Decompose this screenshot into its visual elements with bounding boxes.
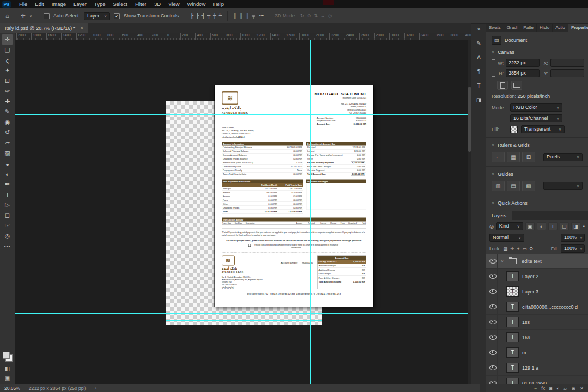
eye-icon[interactable]: [489, 320, 497, 324]
canvas-section-header[interactable]: ∨ Canvas: [492, 48, 583, 56]
layer-name[interactable]: Layer 2: [522, 274, 538, 279]
height-field[interactable]: 2854 px: [506, 69, 540, 77]
layer-row[interactable]: ∨ T cilta000000...cccccccc0 d: [486, 299, 588, 315]
tab-layers[interactable]: Layers: [486, 211, 512, 220]
filter-pixel-layers-icon[interactable]: ▣: [525, 222, 535, 230]
menu-item[interactable]: Select: [109, 0, 131, 8]
quick-mask-icon[interactable]: ◧: [5, 366, 10, 372]
menu-item[interactable]: Edit: [31, 0, 47, 8]
units-dropdown[interactable]: Pixels∨: [543, 153, 583, 161]
toggle-rulers-icon[interactable]: ⌐: [492, 152, 505, 162]
auto-select-dropdown[interactable]: Layer∨: [84, 12, 110, 20]
landscape-orientation-icon[interactable]: [511, 81, 522, 90]
horizontal-guide[interactable]: [15, 313, 471, 314]
auto-select-checkbox[interactable]: [44, 13, 50, 19]
visibility-cell[interactable]: [489, 284, 498, 299]
clear-guides-icon[interactable]: ▧: [522, 181, 535, 191]
width-field[interactable]: 2232 px: [506, 59, 540, 67]
link-dimensions-icon[interactable]: [492, 59, 495, 77]
horizontal-guide[interactable]: [166, 320, 322, 321]
edit-toolbar-icon[interactable]: •••: [4, 243, 10, 248]
document-tab[interactable]: Italy id.psd @ 20.7% (RGB/16) * ×: [0, 23, 88, 33]
layer-name[interactable]: 129 1 a: [522, 365, 538, 371]
layer-thumbnail[interactable]: T: [507, 256, 518, 266]
layer-row[interactable]: ∨ T edite text: [486, 254, 588, 269]
portrait-orientation-icon[interactable]: [497, 81, 508, 90]
blend-mode-dropdown[interactable]: Normal∨: [489, 234, 524, 242]
panel-tab[interactable]: Histo: [537, 23, 553, 32]
crop-tool-icon[interactable]: ⊡: [2, 76, 13, 86]
visibility-cell[interactable]: [489, 269, 498, 284]
character-panel-icon[interactable]: A: [477, 54, 481, 60]
layer-name[interactable]: edite text: [522, 259, 542, 264]
y-field[interactable]: [550, 69, 584, 77]
distribute-horizontal-icon[interactable]: ╟: [233, 13, 236, 19]
visibility-cell[interactable]: [489, 315, 498, 329]
visibility-cell[interactable]: [489, 330, 498, 345]
more-distribute-icon[interactable]: ╤: [252, 13, 255, 19]
3d-scale-icon[interactable]: ◇: [328, 13, 332, 19]
type-tool-icon[interactable]: T: [2, 189, 13, 200]
close-tab-icon[interactable]: ×: [80, 25, 83, 31]
home-icon[interactable]: ⌂: [5, 13, 9, 19]
mortgage-statement-page[interactable]: ≋ بانک آینده AVANDEH BANK MORTGAGE STATE…: [215, 85, 373, 307]
align-bottom-icon[interactable]: ┷: [219, 13, 222, 19]
zoom-level-field[interactable]: 20.65%: [4, 385, 20, 391]
guides-section-header[interactable]: ∨ Guides: [492, 170, 583, 178]
color-swatches[interactable]: [3, 352, 13, 362]
layer-thumbnail[interactable]: T: [506, 363, 519, 373]
layer-thumbnail[interactable]: T: [506, 332, 519, 342]
dodge-tool-icon[interactable]: ◐: [2, 169, 13, 179]
menu-item[interactable]: View: [164, 0, 183, 8]
status-chevron-icon[interactable]: ›: [95, 385, 96, 391]
expand-dock-icon[interactable]: »: [477, 26, 481, 32]
delete-layer-icon[interactable]: ✕: [580, 385, 584, 391]
menu-item[interactable]: Filter: [131, 0, 150, 8]
distribute-vertical-icon[interactable]: ╫: [240, 13, 243, 19]
menu-item[interactable]: Layer: [70, 0, 90, 8]
search-icon[interactable]: ◎: [489, 224, 494, 229]
layer-thumbnail[interactable]: T: [506, 286, 519, 297]
visibility-cell[interactable]: [489, 254, 498, 268]
filter-shape-layers-icon[interactable]: ▢: [560, 222, 569, 230]
menu-item[interactable]: Help: [209, 0, 228, 8]
layer-name[interactable]: 1ss: [522, 320, 530, 325]
filter-adjustment-layers-icon[interactable]: ◐: [537, 222, 546, 230]
eye-icon[interactable]: [489, 365, 497, 370]
layer-row[interactable]: ∨ T m: [486, 345, 588, 360]
gradient-tool-icon[interactable]: ▨: [2, 148, 13, 158]
layer-effects-icon[interactable]: fx: [541, 385, 545, 391]
x-field[interactable]: [550, 59, 584, 67]
panel-tab[interactable]: Swats: [486, 23, 504, 32]
layer-thumbnail[interactable]: T: [506, 347, 519, 358]
link-layers-icon[interactable]: ∞: [534, 385, 537, 391]
show-transform-checkbox[interactable]: ✓: [114, 13, 120, 19]
opacity-dropdown[interactable]: 100%∨: [561, 234, 585, 242]
panel-tab[interactable]: Gradi: [504, 23, 521, 32]
fill-dropdown[interactable]: Transparent∨: [521, 125, 565, 133]
align-right-icon[interactable]: ┫: [201, 13, 204, 19]
layer-row[interactable]: ∨ T 129 1 a: [486, 360, 588, 376]
panel-tab[interactable]: Actio: [553, 23, 568, 32]
distribute-spacing-icon[interactable]: ╢: [246, 13, 249, 19]
layer-name[interactable]: m: [522, 350, 526, 356]
new-layer-icon[interactable]: ⊞: [572, 385, 575, 391]
new-guide-layout-icon[interactable]: ▥: [492, 181, 505, 191]
canvas-area[interactable]: 2000180016001400120010008006004002000200…: [15, 33, 471, 384]
layer-name[interactable]: 169: [522, 335, 530, 340]
quick-actions-section-header[interactable]: ∨ Quick Actions: [492, 199, 583, 207]
panel-tab[interactable]: Patte: [520, 23, 537, 32]
vertical-guide[interactable]: [176, 40, 176, 384]
filter-type-layers-icon[interactable]: T: [548, 222, 558, 230]
chevron-down-icon[interactable]: ∨: [29, 14, 32, 18]
layer-row[interactable]: ∨ T Layer 3: [486, 284, 588, 299]
visibility-cell[interactable]: [489, 345, 498, 360]
foreground-color-swatch[interactable]: [3, 352, 10, 359]
layer-fill-dropdown[interactable]: 100%∨: [561, 244, 585, 253]
layer-thumbnail[interactable]: T: [506, 271, 519, 281]
lock-pixels-icon[interactable]: ✛: [510, 246, 514, 252]
grid-settings-icon[interactable]: ⊞: [522, 152, 535, 162]
vertical-scrollbar[interactable]: [468, 40, 471, 384]
lock-all-icon[interactable]: Ω: [529, 246, 532, 252]
horizontal-guide[interactable]: [15, 114, 471, 115]
